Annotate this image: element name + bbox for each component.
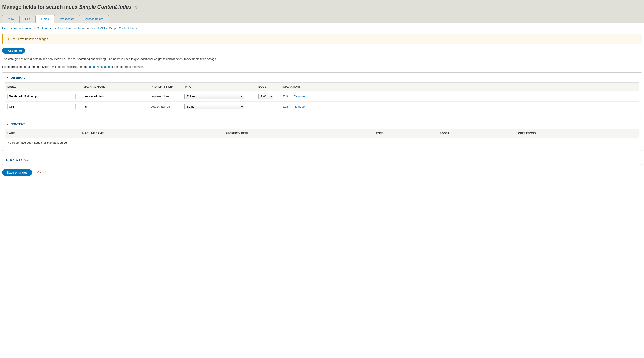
data-types-table-link[interactable]: data types table xyxy=(89,65,110,68)
col-machine-name: MACHINE NAME xyxy=(80,129,224,138)
boost-select[interactable]: 1.00 xyxy=(258,94,273,99)
chevron-down-icon: ▼ xyxy=(6,76,9,79)
empty-message: No fields have been added for this datas… xyxy=(5,138,639,148)
form-actions: Save changes Cancel xyxy=(2,169,642,176)
warning-icon: ▲ xyxy=(7,37,10,41)
col-property-path: PROPERTY PATH xyxy=(148,82,182,91)
table-row: rendered_item Fulltext 1.00 Edit Remove xyxy=(5,91,639,101)
machine-name-input[interactable] xyxy=(84,94,143,99)
general-panel: ▼ GENERAL LABEL MACHINE NAME PROPERTY PA… xyxy=(2,72,642,115)
remove-link[interactable]: Remove xyxy=(294,95,304,98)
content-fields-table: LABEL MACHINE NAME PROPERTY PATH TYPE BO… xyxy=(5,129,639,148)
star-icon[interactable]: ☆ xyxy=(134,5,138,10)
breadcrumb-configuration[interactable]: Configuration xyxy=(37,26,54,30)
general-panel-title: GENERAL xyxy=(10,76,25,79)
general-panel-toggle[interactable]: ▼ GENERAL xyxy=(2,73,642,82)
remove-link[interactable]: Remove xyxy=(294,105,304,108)
save-changes-button[interactable]: Save changes xyxy=(2,169,32,176)
machine-name-input[interactable] xyxy=(84,104,143,109)
edit-link[interactable]: Edit xyxy=(283,105,288,108)
intro-paragraph-1: The data type of a field determines how … xyxy=(2,57,642,61)
tab-edit[interactable]: Edit xyxy=(20,15,36,23)
type-select[interactable]: String xyxy=(184,104,244,109)
content-panel-title: CONTENT xyxy=(10,122,25,126)
boost-cell-empty xyxy=(256,101,281,112)
property-path-cell: search_api_url xyxy=(148,101,182,112)
col-operations: OPERATIONS xyxy=(281,82,639,91)
tab-processors[interactable]: Processors xyxy=(54,15,80,23)
table-row: search_api_url String Edit Remove xyxy=(5,101,639,112)
breadcrumb-administration[interactable]: Administration xyxy=(14,26,32,30)
page-title-prefix: Manage fields for search index xyxy=(2,4,79,10)
label-input[interactable] xyxy=(8,94,76,99)
label-input[interactable] xyxy=(8,104,76,109)
breadcrumb-search-api[interactable]: Search API xyxy=(90,26,105,30)
col-machine-name: MACHINE NAME xyxy=(81,82,148,91)
edit-link[interactable]: Edit xyxy=(283,95,288,98)
intro-paragraph-2: For information about the data types ava… xyxy=(2,65,642,69)
chevron-down-icon: ▼ xyxy=(6,123,9,125)
cancel-link[interactable]: Cancel xyxy=(37,171,46,174)
warning-text: You have unsaved changes. xyxy=(12,37,49,41)
tab-autocomplete[interactable]: Autocomplete xyxy=(80,15,109,23)
col-label: LABEL xyxy=(5,129,80,138)
content-panel: ▼ CONTENT LABEL MACHINE NAME PROPERTY PA… xyxy=(2,119,642,151)
page-title-index-name: Simple Content Index xyxy=(79,4,132,10)
page-title: Manage fields for search index Simple Co… xyxy=(2,4,642,10)
col-operations: OPERATIONS xyxy=(516,129,639,138)
general-fields-table: LABEL MACHINE NAME PROPERTY PATH TYPE BO… xyxy=(5,82,639,112)
type-select[interactable]: Fulltext xyxy=(184,94,244,99)
primary-tabs: View Edit Fields Processors Autocomplete xyxy=(2,15,642,23)
tab-view[interactable]: View xyxy=(2,15,20,23)
empty-row: No fields have been added for this datas… xyxy=(5,138,639,148)
col-boost: BOOST xyxy=(256,82,281,91)
col-property-path: PROPERTY PATH xyxy=(224,129,373,138)
breadcrumb-home[interactable]: Home xyxy=(2,26,10,30)
data-types-panel-title: DATA TYPES xyxy=(10,158,29,162)
breadcrumb-index[interactable]: Simple Content Index xyxy=(109,26,137,30)
property-path-cell: rendered_item xyxy=(148,91,182,101)
data-types-panel-toggle[interactable]: ▶ DATA TYPES xyxy=(2,155,642,165)
col-type: TYPE xyxy=(182,82,256,91)
add-fields-button[interactable]: + Add fields xyxy=(2,48,25,54)
unsaved-changes-warning: ▲ You have unsaved changes. xyxy=(2,34,642,44)
chevron-right-icon: ▶ xyxy=(6,159,8,161)
col-label: LABEL xyxy=(5,82,81,91)
content-panel-toggle[interactable]: ▼ CONTENT xyxy=(2,119,642,129)
breadcrumb-search-and-metadata[interactable]: Search and metadata xyxy=(58,26,86,30)
data-types-panel: ▶ DATA TYPES xyxy=(2,155,642,165)
breadcrumb: Home» Administration» Configuration» Sea… xyxy=(2,26,642,30)
col-boost: BOOST xyxy=(438,129,516,138)
tab-fields[interactable]: Fields xyxy=(36,15,54,23)
col-type: TYPE xyxy=(373,129,438,138)
